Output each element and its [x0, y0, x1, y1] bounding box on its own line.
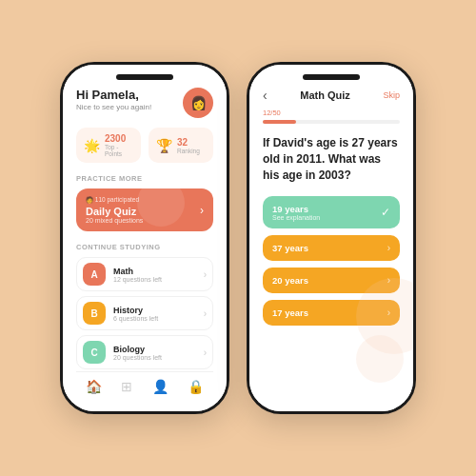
phones-container: Hi Pamela, Nice to see you again! 👩 🌟 23…: [60, 62, 416, 414]
math-sub: 12 questions left: [113, 276, 162, 283]
answer-2-label: 37 years: [272, 243, 308, 253]
lock-nav-icon[interactable]: 🔒: [188, 379, 204, 394]
progress-fill: [263, 120, 296, 124]
math-arrow-icon: ›: [204, 269, 207, 280]
star-icon: 🌟: [84, 138, 100, 153]
progress-label: 12/50: [263, 109, 400, 117]
check-icon: ✓: [381, 206, 390, 219]
stat-points: 🌟 2300 Top - Points: [76, 128, 141, 163]
ranking-label: Ranking: [177, 148, 200, 154]
grid-nav-icon[interactable]: ⊞: [121, 379, 132, 394]
quiz-question: If David's age is 27 years old in 2011. …: [263, 135, 400, 183]
profile-nav-icon[interactable]: 👤: [152, 379, 169, 394]
biology-sub: 20 questions left: [113, 354, 162, 361]
greeting-subtitle: Nice to see you again!: [76, 103, 151, 111]
bg-shape-2: [356, 335, 404, 383]
continue-section-label: CONTINUE STUDYING: [76, 243, 213, 251]
avatar: 👩: [183, 88, 213, 118]
dq-badge: 🧑 110 participated: [86, 196, 143, 204]
daily-quiz-card[interactable]: 🧑 110 participated Daily Quiz 20 mixed q…: [76, 188, 213, 231]
biology-name: Biology: [113, 345, 162, 354]
subject-math[interactable]: A Math 12 questions left ›: [76, 257, 213, 291]
stats-row: 🌟 2300 Top - Points 🏆 32 Ranking: [76, 128, 213, 163]
daily-quiz-title: Daily Quiz: [86, 206, 143, 217]
arrow-icon-2: ›: [387, 243, 390, 253]
left-screen: Hi Pamela, Nice to see you again! 👩 🌟 23…: [63, 65, 227, 411]
math-icon-box: A: [83, 263, 106, 286]
daily-quiz-sub: 20 mixed questions: [86, 217, 143, 224]
answer-option-1[interactable]: 19 years See explanation ✓: [263, 196, 400, 228]
right-phone: ‹ Math Quiz Skip 12/50 If David's age is…: [247, 62, 416, 414]
history-name: History: [113, 306, 158, 315]
greeting: Hi Pamela, Nice to see you again!: [76, 88, 151, 111]
points-value: 2300: [105, 133, 133, 144]
header-row: Hi Pamela, Nice to see you again! 👩: [76, 88, 213, 118]
trophy-icon: 🏆: [156, 138, 172, 153]
stat-ranking: 🏆 32 Ranking: [149, 128, 213, 163]
answer-3-label: 20 years: [272, 275, 308, 286]
practice-section-label: PRACTICE MORE: [76, 174, 213, 183]
greeting-title: Hi Pamela,: [76, 88, 151, 102]
right-screen: ‹ Math Quiz Skip 12/50 If David's age is…: [249, 65, 413, 411]
quiz-title: Math Quiz: [300, 89, 350, 101]
history-arrow-icon: ›: [204, 308, 207, 319]
dq-arrow-icon: ›: [200, 204, 204, 217]
home-nav-icon[interactable]: 🏠: [86, 379, 102, 394]
math-name: Math: [113, 267, 162, 276]
answer-option-2[interactable]: 37 years ›: [263, 235, 400, 261]
progress-bar: [263, 120, 400, 124]
bottom-nav: 🏠 ⊞ 👤 🔒: [76, 371, 213, 404]
skip-button[interactable]: Skip: [383, 90, 400, 100]
ranking-value: 32: [177, 137, 200, 148]
subject-list: A Math 12 questions left › B History 6 q…: [76, 257, 213, 369]
answer-1-sub: See explanation: [272, 214, 320, 221]
answer-1-label: 19 years: [272, 204, 320, 214]
subject-history[interactable]: B History 6 questions left ›: [76, 296, 213, 330]
subject-biology[interactable]: C Biology 20 questions left ›: [76, 335, 213, 369]
biology-icon-box: C: [83, 341, 106, 364]
points-label: Top - Points: [105, 144, 133, 157]
answer-4-label: 17 years: [272, 307, 308, 318]
back-button[interactable]: ‹: [263, 88, 268, 103]
quiz-header: ‹ Math Quiz Skip: [263, 88, 400, 103]
history-icon-box: B: [83, 302, 106, 325]
left-phone: Hi Pamela, Nice to see you again! 👩 🌟 23…: [60, 62, 229, 414]
biology-arrow-icon: ›: [204, 347, 207, 358]
history-sub: 6 questions left: [113, 315, 158, 322]
